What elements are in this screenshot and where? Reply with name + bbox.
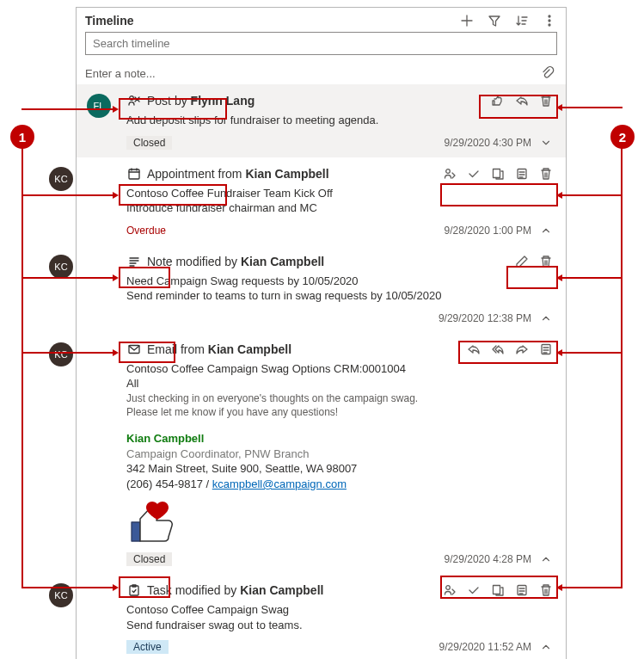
activity-title: Post by Flynn Lang — [147, 94, 255, 108]
like-icon[interactable] — [490, 93, 506, 108]
svg-rect-11 — [130, 586, 138, 595]
post-icon — [126, 93, 142, 108]
timestamp: 9/29/2020 4:30 PM — [445, 137, 531, 149]
timeline-panel: Timeline Enter a note... FLPost by Flynn… — [76, 7, 567, 659]
delete-icon[interactable] — [538, 254, 554, 269]
add-icon[interactable] — [459, 13, 475, 28]
note-icon — [126, 254, 142, 269]
reply-icon[interactable] — [514, 93, 530, 108]
open-icon[interactable] — [490, 582, 506, 598]
timeline-item-task[interactable]: KCTask modified by Kian CampbellContoso … — [77, 574, 566, 659]
delete-icon[interactable] — [538, 166, 554, 182]
timestamp: 9/29/2020 12:38 PM — [439, 312, 531, 324]
status-badge: Closed — [126, 552, 172, 566]
search-input[interactable] — [85, 32, 557, 55]
svg-point-12 — [446, 586, 451, 590]
chevron-up-icon[interactable] — [538, 311, 554, 326]
edit-icon[interactable] — [514, 254, 530, 269]
svg-point-1 — [549, 20, 550, 22]
embedded-image — [126, 500, 187, 545]
sort-icon[interactable] — [514, 13, 530, 28]
callout-badge-1: 1 — [10, 125, 34, 149]
avatar: KC — [49, 255, 73, 279]
activity-body: Add deposit slips for fundraiser to meet… — [126, 113, 554, 128]
note-icon[interactable] — [514, 582, 530, 598]
avatar: KC — [49, 342, 73, 366]
svg-rect-6 — [494, 169, 500, 177]
timestamp: 9/29/2020 11:52 AM — [439, 641, 531, 653]
activity-title: Task modified by Kian Campbell — [147, 583, 323, 597]
avatar: FL — [87, 94, 111, 118]
activity-title: Note modified by Kian Campbell — [147, 255, 324, 268]
email-icon — [126, 342, 142, 357]
open-icon[interactable] — [490, 166, 506, 182]
delete-icon[interactable] — [538, 582, 554, 598]
filter-icon[interactable] — [487, 13, 502, 28]
more-icon[interactable] — [542, 13, 557, 28]
note-icon[interactable] — [538, 342, 554, 357]
chevron-down-icon[interactable] — [538, 135, 554, 151]
timeline-item-appointment[interactable]: KCAppointment from Kian CampbellContoso … — [77, 157, 566, 245]
activity-body: Contoso Coffee Campaign SwagSend fundrai… — [126, 602, 554, 632]
chevron-up-icon[interactable] — [538, 551, 554, 567]
replyall-icon[interactable] — [490, 342, 506, 357]
note-icon[interactable] — [514, 166, 530, 182]
chevron-up-icon[interactable] — [538, 223, 554, 238]
attachment-icon[interactable] — [540, 65, 555, 81]
callout-badge-2: 2 — [610, 125, 635, 149]
svg-rect-10 — [132, 522, 140, 541]
timestamp: 9/28/2020 1:00 PM — [445, 225, 531, 237]
assign-icon[interactable] — [442, 582, 457, 598]
task-icon — [126, 582, 142, 598]
complete-icon[interactable] — [466, 582, 481, 598]
delete-icon[interactable] — [538, 93, 554, 108]
activity-title: Appointment from Kian Campbell — [147, 167, 329, 181]
svg-point-2 — [549, 24, 550, 26]
svg-rect-4 — [129, 169, 139, 179]
timeline-title: Timeline — [85, 14, 459, 28]
timeline-item-note[interactable]: KCNote modified by Kian CampbellNeed Cam… — [77, 245, 566, 333]
activity-title: Email from Kian Campbell — [147, 342, 291, 356]
reply-icon[interactable] — [466, 342, 481, 357]
timeline-item-email[interactable]: KCEmail from Kian CampbellContoso Coffee… — [77, 333, 566, 575]
status-badge: Closed — [126, 136, 172, 150]
svg-point-3 — [130, 96, 134, 101]
forward-icon[interactable] — [514, 342, 530, 357]
svg-point-5 — [446, 169, 451, 173]
status-badge: Active — [126, 640, 169, 654]
avatar: KC — [49, 167, 73, 191]
svg-rect-13 — [494, 586, 500, 594]
assign-icon[interactable] — [442, 166, 457, 182]
activity-body: Need Campaign Swag requests by 10/05/202… — [126, 274, 554, 304]
status-badge: Overdue — [126, 224, 173, 237]
svg-point-0 — [549, 15, 550, 17]
enter-note-input[interactable]: Enter a note... — [85, 67, 540, 80]
activity-body: Contoso Coffee Campaign Swag Options CRM… — [126, 361, 554, 545]
timestamp: 9/29/2020 4:28 PM — [445, 553, 531, 565]
appointment-icon — [126, 166, 142, 182]
timeline-item-post[interactable]: FLPost by Flynn LangAdd deposit slips fo… — [77, 84, 566, 157]
chevron-up-icon[interactable] — [538, 639, 554, 655]
timeline-header: Timeline — [77, 8, 566, 32]
email-link[interactable]: kcampbell@campaign.com — [212, 477, 347, 490]
activity-body: Contoso Coffee Fundraiser Team Kick OffI… — [126, 186, 554, 216]
complete-icon[interactable] — [466, 166, 481, 182]
